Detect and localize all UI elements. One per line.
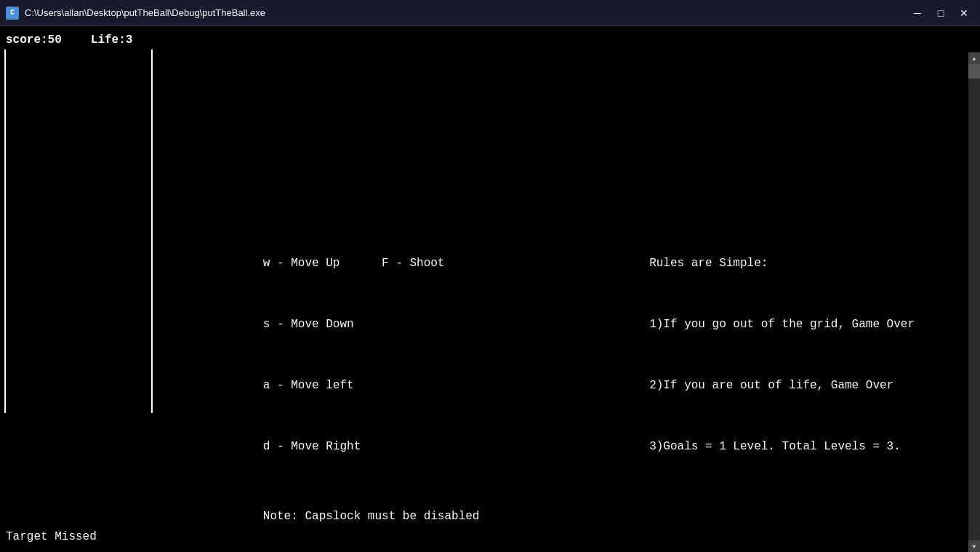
rules-area: Rules are Simple: 1)If you go out of the… [593,233,915,477]
window-controls: ─ □ ✕ [907,4,974,22]
instructions-note: Note: Capslock must be disabled [263,510,480,523]
maximize-button[interactable]: □ [931,4,951,22]
bottom-message: Target Missed [0,527,103,546]
content-wrapper: @ O O O O O O O O U [0,49,980,552]
grid-area: @ O O O O O O O O U [4,49,161,413]
main-content: ▲ ▼ score:50 Life:3 [0,26,980,552]
instructions-line2-wrapper: s - Move Down [207,294,479,355]
instructions-line4: d - Move Right [263,440,361,453]
rules-title: Rules are Simple: [593,233,915,294]
instructions-line4-wrapper: d - Move Right [207,416,479,477]
close-button[interactable]: ✕ [954,4,974,22]
grid-right-border [151,49,153,413]
note-wrapper: Note: Capslock must be disabled [207,486,479,547]
target-missed-text: Target Missed [6,530,97,543]
instructions-line3: a - Move left [263,379,354,392]
instructions-area: w - Move Up F - Shoot s - Move Down a - … [207,233,479,547]
rule-1: 1)If you go out of the grid, Game Over [593,294,915,355]
window-title: C:\Users\allan\Desktop\putTheBall\Debug\… [25,7,265,18]
title-bar-left: C C:\Users\allan\Desktop\putTheBall\Debu… [6,7,265,20]
status-bar: score:50 Life:3 [0,31,980,49]
grid-inner: @ O O O O O O O O U [6,49,151,413]
title-bar: C C:\Users\allan\Desktop\putTheBall\Debu… [0,0,980,26]
rule-3: 3)Goals = 1 Level. Total Levels = 3. [593,416,915,477]
instructions-line3-wrapper: a - Move left [207,355,479,416]
app-icon: C [6,7,19,20]
score-display: score:50 [6,33,62,47]
instructions-line2: s - Move Down [263,318,354,331]
life-display: Life:3 [91,33,133,47]
minimize-button[interactable]: ─ [907,4,928,22]
instructions-line1: w - Move Up F - Shoot [263,257,445,270]
rule-2: 2)If you are out of life, Game Over [593,355,915,416]
instructions-text: w - Move Up F - Shoot [207,233,479,294]
